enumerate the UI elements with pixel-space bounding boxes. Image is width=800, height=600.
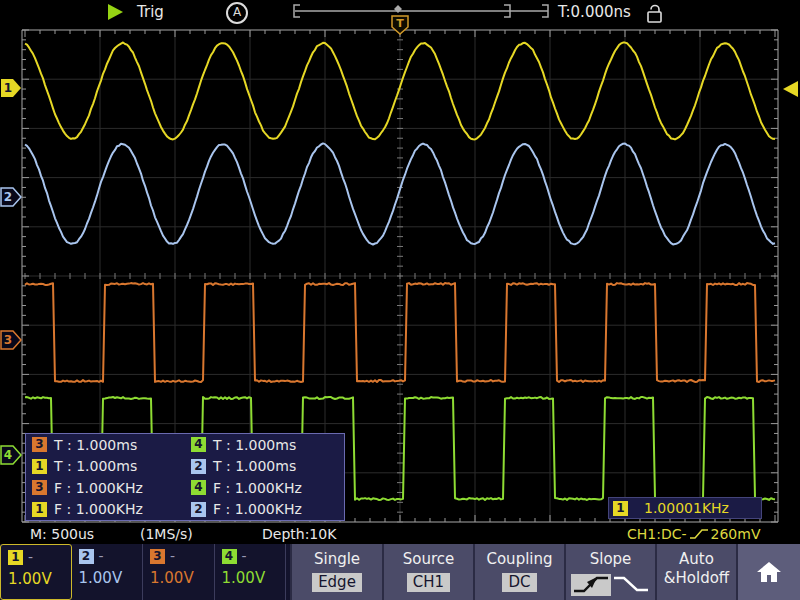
memory-bar-left-bracket xyxy=(294,5,300,17)
ch2-position-marker[interactable] xyxy=(1,188,21,206)
measurement-value: F : 1.000KHz xyxy=(54,480,143,496)
trigger-type-button[interactable]: Single Edge xyxy=(290,544,382,600)
ch3-trace xyxy=(25,283,775,382)
ch1-badge: 1 xyxy=(8,550,23,565)
unlock-icon xyxy=(644,2,664,24)
ch3-marker-label: 3 xyxy=(4,333,12,347)
channel-4-scale: 1.00V xyxy=(222,569,286,587)
button-label: Coupling xyxy=(486,550,552,569)
button-value: Edge xyxy=(312,573,362,592)
trigger-slope-button[interactable]: Slope xyxy=(564,544,655,600)
home-button[interactable] xyxy=(736,544,800,600)
button-label: &Holdoff xyxy=(664,569,729,588)
measurement-row: 1T : 1.000ms 2T : 1.000ms xyxy=(26,456,344,478)
ch2-badge: 2 xyxy=(191,459,206,474)
channel-status-area: 1- 1.00V 2- 1.00V 3- 1.00V 4- 1.00V xyxy=(0,544,290,600)
trigger-level-value: 260mV xyxy=(711,526,761,542)
trigger-source-coupling: CH1:DC- xyxy=(627,526,687,542)
measurement-value: F : 1.000KHz xyxy=(54,501,143,517)
ch1-badge: 1 xyxy=(32,459,47,474)
trigger-status-readout: CH1:DC- 260mV xyxy=(627,526,760,542)
memory-bar-right-bracket xyxy=(542,5,548,17)
button-label: Single xyxy=(314,550,360,569)
trigger-position-label: T xyxy=(396,17,404,30)
ch3-position-marker[interactable] xyxy=(1,331,21,349)
channel-2-scale: 1.00V xyxy=(79,569,143,587)
coupling-dash: - xyxy=(170,548,175,564)
measurement-value: T : 1.000ms xyxy=(213,437,296,453)
auto-trigger-mode-icon: A xyxy=(226,2,248,24)
auto-holdoff-button[interactable]: Auto &Holdoff xyxy=(655,544,736,600)
ch3-badge: 3 xyxy=(32,480,47,495)
rising-slope-icon-selected[interactable] xyxy=(571,574,611,596)
channel-3-scale: 1.00V xyxy=(150,569,214,587)
ch2-badge: 2 xyxy=(191,502,206,517)
channel-4-box[interactable]: 4- 1.00V xyxy=(215,544,287,600)
measurement-row: 3T : 1.000ms 4T : 1.000ms xyxy=(26,434,344,456)
measurement-value: F : 1.000KHz xyxy=(213,480,302,496)
measurement-value: T : 1.000ms xyxy=(213,458,296,474)
channel-3-box[interactable]: 3- 1.00V xyxy=(143,544,215,600)
ch1-position-marker[interactable] xyxy=(1,79,21,97)
measurement-row: 3F : 1.000KHz 4F : 1.000KHz xyxy=(26,477,344,499)
ch4-badge: 4 xyxy=(222,549,237,564)
frequency-counter-value: 1.00001KHz xyxy=(644,500,729,516)
bottom-menu: 1- 1.00V 2- 1.00V 3- 1.00V 4- 1.00V Sing… xyxy=(0,544,800,600)
measurement-overlay: 3T : 1.000ms 4T : 1.000ms 1T : 1.000ms 2… xyxy=(25,433,345,521)
measurement-value: T : 1.000ms xyxy=(54,437,137,453)
rising-edge-icon xyxy=(689,528,709,540)
ch4-marker-label: 4 xyxy=(4,448,12,462)
trigger-position-marker[interactable] xyxy=(392,16,408,34)
ch3-badge: 3 xyxy=(32,437,47,452)
button-label: Auto xyxy=(679,550,714,569)
coupling-dash: - xyxy=(99,548,104,564)
channel-1-scale: 1.00V xyxy=(8,570,71,588)
falling-slope-icon[interactable] xyxy=(611,572,651,598)
ch2-badge: 2 xyxy=(79,549,94,564)
sample-rate-readout: (1MS/s) xyxy=(140,526,193,542)
ch1-marker-label: 1 xyxy=(4,81,12,95)
measurement-row: 1F : 1.000KHz 2F : 1.000KHz xyxy=(26,499,344,521)
measurement-value: T : 1.000ms xyxy=(54,458,137,474)
memory-bar-window-bracket xyxy=(504,5,510,17)
home-icon xyxy=(755,559,783,585)
ch1-badge: 1 xyxy=(613,501,628,516)
memory-bar-position-marker[interactable] xyxy=(394,5,402,13)
button-value: DC xyxy=(502,573,536,592)
ch2-marker-label: 2 xyxy=(4,190,12,204)
trigger-coupling-button[interactable]: Coupling DC xyxy=(473,544,564,600)
button-value: CH1 xyxy=(407,573,450,592)
ch2-trace xyxy=(25,143,775,244)
button-label: Source xyxy=(403,550,455,569)
channel-2-box[interactable]: 2- 1.00V xyxy=(72,544,144,600)
timebase-readout: M: 500us xyxy=(30,526,94,542)
horizontal-position-readout: T:0.000ns xyxy=(558,3,631,21)
coupling-dash: - xyxy=(242,548,247,564)
oscilloscope-screen: 1234T Trig A T:0.000ns 3T : 1.000ms 4T :… xyxy=(0,0,800,600)
ch1-badge: 1 xyxy=(32,502,47,517)
trigger-source-button[interactable]: Source CH1 xyxy=(382,544,473,600)
ch3-badge: 3 xyxy=(150,549,165,564)
measurement-value: F : 1.000KHz xyxy=(213,501,302,517)
run-state-play-icon xyxy=(108,4,123,20)
coupling-dash: - xyxy=(28,549,33,565)
trigger-level-marker[interactable] xyxy=(783,81,798,97)
ch4-position-marker[interactable] xyxy=(1,446,21,464)
channel-1-box[interactable]: 1- 1.00V xyxy=(0,544,72,600)
ch1-trace xyxy=(25,43,775,140)
ch4-badge: 4 xyxy=(191,437,206,452)
ch4-badge: 4 xyxy=(191,480,206,495)
button-label: Slope xyxy=(590,550,632,569)
trig-label: Trig xyxy=(137,3,164,21)
memory-depth-readout: Depth:10K xyxy=(262,526,336,542)
frequency-counter: 1 1.00001KHz xyxy=(608,497,762,519)
